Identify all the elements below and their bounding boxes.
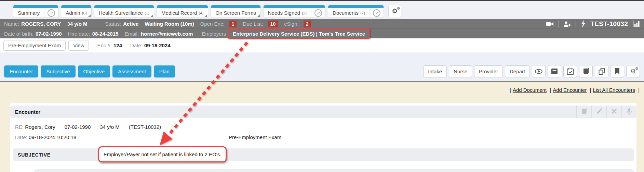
tab-health-surveillance[interactable]: Health Surveillance(1) [94, 5, 154, 18]
preview-button[interactable] [532, 65, 546, 77]
add-user-icon[interactable] [563, 21, 571, 27]
esign-badge[interactable]: 2 [304, 21, 311, 27]
tab-needs-signed[interactable]: Needs Signed(2) ↗ [263, 5, 325, 18]
journal-button[interactable] [576, 106, 591, 118]
archive-icon [551, 68, 558, 74]
tab-count: (6) [82, 11, 87, 15]
re-age-sex: 34 y/o M [100, 124, 120, 130]
archive-button[interactable] [548, 65, 561, 77]
tab-medical-record[interactable]: Medical Record(4) [157, 5, 208, 18]
enc-date-field: Date:09-18-2024 [130, 42, 171, 48]
tab-count: (7) [360, 11, 365, 15]
link-separator: | [638, 87, 640, 93]
waiting-room-status: Waiting Room (10m) [145, 21, 194, 27]
section-nav-row: Encounter Subjective Objective Assessmen… [0, 52, 644, 82]
journal-icon [582, 68, 589, 75]
patient-header-bar: Name: ROGERS, CORY 34 y/o M Status: Acti… [0, 19, 644, 38]
re-label: RE: [15, 124, 24, 130]
stage-provider-button[interactable]: Provider [474, 65, 503, 77]
eye-icon [535, 69, 543, 74]
view-button[interactable]: View [68, 40, 89, 51]
calendar-check-icon [567, 68, 574, 75]
subjective-title: SUBJECTIVE [18, 152, 51, 158]
email-label: Email: [124, 31, 139, 37]
tab-label: Summary [18, 10, 40, 16]
popout-icon: ↗ [373, 9, 380, 17]
tab-label: Needs Signed [268, 10, 300, 16]
annotation-callout: Employer/Payer not set if patient is lin… [98, 146, 227, 162]
popout-icon: ↗ [48, 9, 55, 17]
name-label: Name: [4, 21, 19, 27]
enc-date-value: 09-18-2024 [144, 42, 171, 48]
encounter-date-label: Date: [15, 134, 27, 140]
encounter-content-area: |Add Document |Add Encounter |List All E… [0, 82, 644, 172]
stage-depart-button[interactable]: Depart [505, 65, 530, 77]
add-encounter-link[interactable]: Add Encounter [553, 87, 587, 93]
annotation-text: Employer/Payer not set if patient is lin… [104, 151, 222, 157]
calendar-check-button[interactable] [563, 65, 577, 77]
section-subjective-button[interactable]: Subjective [41, 65, 75, 77]
encounter-type: Pre-Employment Exam [229, 134, 281, 140]
encounter-toolbar: Pre-Employment Exam View Enc #:124 Date:… [0, 38, 644, 52]
patient-status-row: Name: ROGERS, CORY 34 y/o M Status: Acti… [0, 19, 644, 29]
tab-settings-button[interactable]: ⚙ [388, 5, 401, 17]
section-encounter-button[interactable]: Encounter [4, 65, 38, 77]
link-separator: | [510, 87, 511, 93]
tab-summary[interactable]: Summary ↗ [13, 5, 58, 18]
encounter-panel-header: Encounter [10, 106, 636, 118]
encounter-settings-button[interactable]: ⚙ [626, 65, 640, 77]
tab-count: (2) [302, 11, 307, 15]
encounter-date-line: Date: 09-18-2024 10:20:18 Pre-Employment… [15, 134, 632, 140]
encounter-re-line: RE: Rogers, Cory07-02-199034 y/o M(TEST-… [15, 124, 161, 130]
list-all-encounters-link[interactable]: List All Encounters [593, 87, 635, 93]
dictate-button[interactable] [621, 106, 636, 118]
encounter-datetime: 09-18-2024 10:20:18 [29, 134, 76, 140]
copy-icon [598, 68, 605, 75]
enc-number-label: Enc #: [97, 42, 112, 48]
section-objective-button[interactable]: Objective [78, 65, 110, 77]
tab-needs-signed-popout[interactable]: ↗ [311, 5, 325, 17]
patient-age-sex: 34 y/o M [67, 21, 87, 27]
bookmark-button[interactable] [611, 65, 624, 77]
enc-number-field: Enc #:124 [97, 42, 122, 48]
journal-button[interactable] [579, 65, 593, 77]
bookmark-icon [615, 68, 620, 75]
stage-intake-button[interactable]: Intake [423, 65, 447, 77]
exam-type-button[interactable]: Pre-Employment Exam [3, 40, 66, 51]
employers-label: Employers [202, 31, 226, 37]
tab-on-screen-forms[interactable]: On Screen Forms [211, 5, 260, 18]
tab-count: (4) [199, 11, 203, 15]
stats-icon[interactable] [632, 20, 640, 27]
edit-icon [596, 108, 602, 116]
esign-label: eSign: [284, 21, 299, 27]
tab-label: Admin [66, 10, 80, 16]
tab-summary-popout[interactable]: ↗ [44, 5, 58, 17]
section-assessment-button[interactable]: Assessment [112, 65, 151, 77]
journal-icon [581, 108, 587, 116]
due-list-badge[interactable]: 10 [268, 21, 278, 27]
copy-button[interactable] [595, 65, 608, 77]
close-button[interactable] [606, 106, 621, 118]
edit-button[interactable] [591, 106, 606, 118]
stage-nurse-button[interactable]: Nurse [449, 65, 472, 77]
open-enc-badge[interactable]: 1 [229, 21, 237, 27]
re-chart-id: (TEST-10032) [129, 124, 161, 130]
stage-buttons-group: Intake Nurse Provider Depart [423, 65, 640, 77]
panel-title: Encounter [15, 109, 40, 115]
next-section-band [34, 169, 634, 172]
due-list-label: Due List: [243, 21, 263, 27]
tab-documents-popout[interactable]: ↗ [370, 5, 384, 17]
settings-gears-icon: ⚙ [630, 68, 636, 75]
tab-label: Documents [333, 10, 359, 16]
section-plan-button[interactable]: Plan [154, 65, 175, 77]
add-document-link[interactable]: Add Document [513, 87, 547, 93]
chart-id: TEST-10032 [590, 20, 628, 28]
employers-highlight-box: Enterprise Delivery Service (EDS) | Tom'… [228, 28, 370, 39]
lightning-icon[interactable] [580, 20, 586, 28]
status-value: Active [123, 21, 138, 27]
tab-admin[interactable]: Admin(6) [61, 5, 92, 18]
tab-count: (1) [145, 11, 149, 15]
tab-documents[interactable]: Documents(7) ↗ [328, 5, 384, 18]
video-camera-icon[interactable] [546, 21, 554, 27]
close-icon [612, 109, 617, 115]
